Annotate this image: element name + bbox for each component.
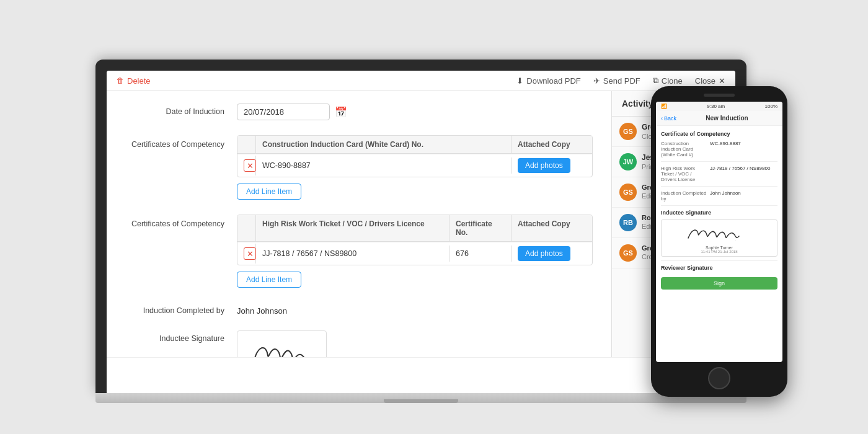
table1-header: Construction Induction Card (White Card)…	[237, 136, 592, 154]
competency-table2-row: Certificates of Competency High Risk Wor…	[125, 215, 593, 288]
phone-field-label-2: Induction Completed by	[661, 190, 707, 202]
phone-divider-3	[661, 205, 777, 206]
phone-sign-button[interactable]: Sign	[661, 277, 777, 290]
induction-completed-row: Induction Completed by John Johnson	[125, 303, 593, 316]
date-input-wrap: 📅	[237, 104, 593, 120]
date-input[interactable]	[237, 104, 330, 120]
add-line-item-button-1[interactable]: Add Line Item	[237, 184, 301, 200]
competency-table1-area: Construction Induction Card (White Card)…	[237, 135, 593, 200]
induction-completed-label: Induction Completed by	[125, 303, 237, 315]
phone-field-1: High Risk Work Ticket / VOC / Drivers Li…	[661, 166, 777, 182]
inductee-signature-svg: .	[245, 335, 319, 358]
phone-divider-4	[661, 260, 777, 261]
avatar-3: RB	[619, 214, 637, 231]
svg-text:.: .	[735, 239, 736, 242]
delete-button[interactable]: 🗑 Delete	[117, 76, 151, 86]
avatar-2: GS	[619, 184, 637, 201]
clone-icon: ⧉	[653, 76, 658, 86]
phone-section-title: Certificate of Competency	[661, 131, 777, 137]
competency-table2-area: High Risk Work Ticket / VOC / Drivers Li…	[237, 215, 593, 288]
send-pdf-button[interactable]: ✈ Send PDF	[593, 76, 640, 86]
toolbar-actions: ⬇ Download PDF ✈ Send PDF ⧉ Clone	[516, 76, 682, 86]
induction-completed-value: John Johnson	[237, 303, 593, 316]
laptop-base	[95, 393, 746, 403]
competency-table-2: High Risk Work Ticket / VOC / Drivers Li…	[237, 215, 593, 265]
table1-cert-value: WC-890-8887	[256, 157, 512, 174]
form-footer: Save form	[107, 357, 735, 393]
inductee-signature-area: . Sophie Turner 11:41 PM 21-Jul-2018	[237, 330, 593, 357]
table2-col-cert-no: Certificate No.	[450, 215, 512, 241]
phone-outer: 📶 9:30 am 100% ‹ Back New Induction Cert…	[651, 86, 787, 397]
table1-add-photos-button[interactable]: Add photos	[518, 158, 570, 173]
phone-field-value-0: WC-890-8887	[710, 141, 777, 157]
table1-add-photos-cell: Add photos	[512, 154, 592, 177]
phone-field-0: Construction Induction Card (White Card …	[661, 141, 777, 157]
avatar-4: GS	[619, 244, 637, 262]
phone-content: Certificate of Competency Construction I…	[656, 126, 782, 355]
competency-label-2: Certificates of Competency	[125, 215, 237, 228]
induction-completed-value-area: John Johnson	[237, 303, 593, 316]
table2-col-actions	[237, 215, 256, 241]
phone-signature-box: . Sophie Turner 11:41 PM 21-Jul-2018	[661, 219, 777, 257]
calendar-icon[interactable]: 📅	[335, 106, 347, 118]
close-button[interactable]: Close ✕	[695, 76, 725, 86]
phone-sig-date: 11:41 PM 21-Jul-2018	[664, 250, 774, 254]
phone-sig-name: Sophie Turner	[664, 246, 774, 250]
table2-add-photos-button[interactable]: Add photos	[518, 246, 570, 261]
phone-status-bar: 📶 9:30 am 100%	[656, 102, 782, 111]
table1-delete-button[interactable]: ✕	[244, 159, 256, 172]
table1-row-1: ✕ WC-890-8887 Add photos	[237, 154, 592, 177]
clone-button[interactable]: ⧉ Clone	[653, 76, 683, 86]
inductee-signature-label: Inductee Signature	[125, 330, 237, 343]
phone-home-button[interactable]	[708, 367, 730, 389]
table2-row-1: ✕ JJ-7818 / 76567 / NS89800 676 Add phot…	[237, 242, 592, 265]
table1-col-cert-num: Construction Induction Card (White Card)…	[256, 136, 512, 153]
avatar-0: GS	[619, 123, 637, 140]
table2-risk-value: JJ-7818 / 76567 / NS89800	[256, 246, 450, 262]
phone-signal: 📶	[661, 104, 667, 109]
phone-divider-1	[661, 161, 777, 162]
phone-field-value-1: JJ-7818 / 76567 / NS89800	[710, 166, 777, 182]
activity-title: Activity	[622, 99, 653, 108]
competency-table-1: Construction Induction Card (White Card)…	[237, 135, 593, 177]
table2-delete-cell: ✕	[237, 244, 256, 264]
chevron-left-icon: ‹	[661, 115, 663, 122]
phone: 📶 9:30 am 100% ‹ Back New Induction Cert…	[651, 86, 787, 397]
phone-inductee-sig-label: Inductee Signature	[661, 210, 777, 216]
phone-time: 9:30 am	[707, 104, 725, 109]
signature-box: .	[237, 330, 327, 357]
phone-field-value-2: John Johnson	[710, 190, 777, 202]
table1-delete-cell: ✕	[237, 156, 256, 175]
date-label: Date of Induction	[125, 104, 237, 116]
trash-icon: 🗑	[117, 76, 124, 85]
date-of-induction-row: Date of Induction 📅	[125, 104, 593, 120]
phone-nav-bar: ‹ Back New Induction	[656, 111, 782, 126]
table2-add-photos-cell: Add photos	[512, 242, 592, 265]
table2-cert-no-value: 676	[450, 246, 512, 262]
phone-field-2: Induction Completed by John Johnson	[661, 190, 777, 202]
phone-field-label-0: Construction Induction Card (White Card …	[661, 141, 707, 157]
add-line-item-button-2[interactable]: Add Line Item	[237, 272, 301, 288]
avatar-1: JW	[619, 153, 637, 170]
table1-col-attached: Attached Copy	[512, 136, 592, 153]
delete-label: Delete	[127, 76, 151, 86]
phone-field-label-1: High Risk Work Ticket / VOC / Drivers Li…	[661, 166, 707, 182]
form-area: Date of Induction 📅 Certificates of Comp…	[107, 91, 611, 357]
app-toolbar: 🗑 Delete ⬇ Download PDF ✈ Send PDF	[107, 71, 735, 91]
phone-back-button[interactable]: ‹ Back	[661, 115, 676, 122]
table1-col-actions	[237, 136, 256, 153]
phone-divider-2	[661, 186, 777, 187]
table2-col-high-risk: High Risk Work Ticket / VOC / Drivers Li…	[256, 215, 450, 241]
download-pdf-button[interactable]: ⬇ Download PDF	[516, 76, 580, 86]
phone-nav-title: New Induction	[676, 115, 777, 122]
phone-reviewer-sig-label: Reviewer Signature	[661, 265, 777, 271]
table2-header: High Risk Work Ticket / VOC / Drivers Li…	[237, 215, 592, 242]
phone-screen: 📶 9:30 am 100% ‹ Back New Induction Cert…	[656, 102, 782, 362]
app-content: Date of Induction 📅 Certificates of Comp…	[107, 91, 735, 357]
phone-speaker	[704, 94, 735, 97]
phone-battery: 100%	[765, 104, 777, 109]
table2-col-attached: Attached Copy	[512, 215, 592, 241]
competency-table1-row: Certificates of Competency Construction …	[125, 135, 593, 200]
table2-delete-button[interactable]: ✕	[244, 247, 256, 260]
download-icon: ⬇	[516, 76, 523, 86]
